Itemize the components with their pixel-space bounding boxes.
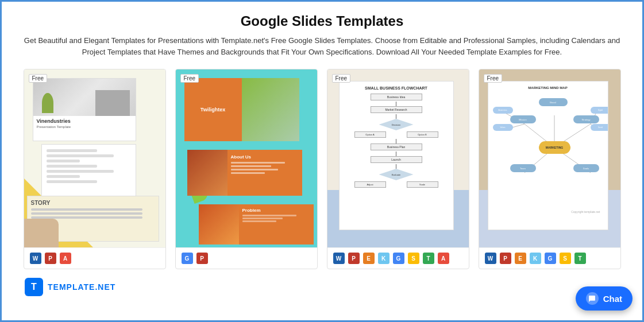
gdocs-icon-4: G bbox=[545, 253, 556, 264]
icon-row-1: W P A bbox=[24, 247, 165, 269]
edit-icon-4: E bbox=[515, 253, 526, 264]
preview-vinendustries: Vinendustries Presentation Template STOR… bbox=[24, 69, 165, 247]
logo-text: TEMPLATE.NET bbox=[48, 282, 115, 292]
page-subtitle: Get Beautiful and Elegant Templates for … bbox=[21, 35, 624, 57]
footer: T TEMPLATE.NET bbox=[13, 272, 631, 302]
free-badge-2: Free bbox=[180, 74, 199, 83]
keynote-icon-3: K bbox=[378, 253, 390, 264]
free-badge-1: Free bbox=[29, 74, 48, 83]
gdocs-icon-3: G bbox=[393, 253, 404, 264]
free-badge-4: Free bbox=[484, 74, 503, 83]
page-title: Google Slides Templates bbox=[13, 13, 631, 29]
template-card-vinendustries[interactable]: Free Vinendustries Presentation Template bbox=[24, 69, 166, 269]
preview-flowchart: SMALL BUSINESS FLOWCHART Business Idea M… bbox=[327, 69, 469, 247]
logo-icon: T bbox=[25, 278, 43, 296]
template-card-mindmap[interactable]: Free MARKETING MIND MAP MARKETING bbox=[479, 69, 621, 269]
free-badge-3: Free bbox=[332, 74, 351, 83]
icon-row-3: W P E K G S T A bbox=[327, 247, 469, 269]
keynote-icon-4: K bbox=[530, 253, 541, 264]
footer-logo: T TEMPLATE.NET bbox=[25, 278, 115, 296]
chat-button[interactable]: Chat bbox=[576, 286, 633, 311]
ppt-icon-2: P bbox=[196, 253, 208, 264]
gslides-icon-3: S bbox=[408, 253, 419, 264]
ppt-icon-3: P bbox=[348, 253, 360, 264]
template-card-flowchart[interactable]: Free SMALL BUSINESS FLOWCHART Business I… bbox=[327, 69, 469, 269]
gsheets-icon-4: T bbox=[574, 253, 586, 264]
ppt-icon: P bbox=[45, 253, 56, 264]
gdocs-icon: G bbox=[182, 253, 193, 264]
template-card-twilightex[interactable]: Free Twilightex About Us bbox=[175, 69, 318, 269]
pdf-icon-3: A bbox=[438, 253, 449, 264]
preview-twilightex: Twilightex About Us bbox=[176, 69, 317, 247]
icon-row-2: G P bbox=[176, 247, 317, 269]
gsheets-icon-3: T bbox=[423, 253, 434, 264]
edit-icon-3: E bbox=[363, 253, 375, 264]
word-icon-3: W bbox=[333, 253, 345, 264]
icon-row-4: W P E K G S T bbox=[479, 247, 620, 269]
word-icon-4: W bbox=[485, 253, 496, 264]
chat-icon bbox=[586, 292, 599, 305]
gslides-icon-4: S bbox=[560, 253, 571, 264]
word-icon: W bbox=[30, 253, 41, 264]
ppt-icon-4: P bbox=[500, 253, 511, 264]
templates-grid: Free Vinendustries Presentation Template bbox=[13, 69, 631, 269]
chat-label: Chat bbox=[603, 294, 622, 304]
preview-mindmap: MARKETING MIND MAP MARKETING bbox=[479, 69, 620, 247]
pdf-icon: A bbox=[60, 253, 71, 264]
